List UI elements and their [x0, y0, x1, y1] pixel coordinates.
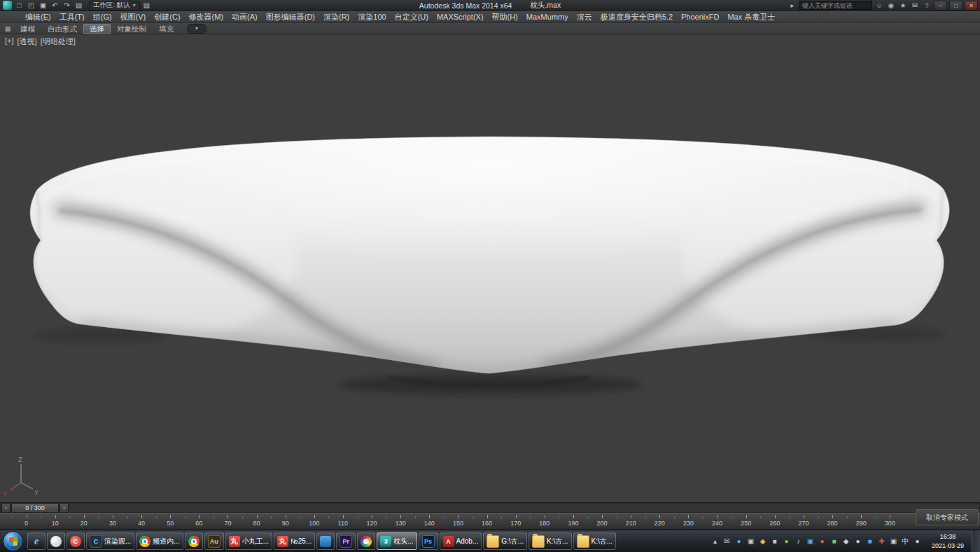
ribbon-tab[interactable]: 选择	[83, 24, 111, 34]
taskbar-item-icon: C	[90, 535, 102, 548]
menu-item[interactable]: 创建(C)	[150, 11, 184, 22]
ribbon-tab[interactable]: 建模	[14, 24, 41, 34]
taskbar-item[interactable]	[316, 532, 335, 550]
viewport-menu-plus[interactable]: [+]	[5, 36, 14, 47]
time-slider-track[interactable]	[69, 503, 980, 513]
menu-item[interactable]: 极速度身安全归档5.2	[596, 11, 677, 22]
menu-item[interactable]: 渲染(R)	[319, 11, 354, 22]
ribbon-tab[interactable]: 对象绘制	[111, 24, 153, 34]
help-icon[interactable]: ?	[922, 1, 932, 9]
ribbon-tab[interactable]: 自由形式	[41, 24, 83, 34]
new-scene-icon[interactable]: □	[14, 1, 24, 10]
frame-tick: 190	[559, 513, 587, 530]
taskbar-item[interactable]: G:\古...	[483, 532, 527, 550]
workspace-dropdown[interactable]: 工作区: 默认 ▾	[89, 1, 140, 11]
menu-item[interactable]: 修改器(M)	[185, 11, 228, 22]
tray-icon[interactable]: ■	[769, 538, 780, 545]
tray-icon[interactable]: ■	[829, 538, 839, 545]
tray-icon[interactable]: ●	[817, 538, 827, 545]
infocenter-icon[interactable]: ◉	[886, 1, 896, 9]
viewport-menu-view[interactable]: [透视]	[18, 36, 37, 47]
tray-icon[interactable]: ✚	[876, 538, 887, 545]
menu-item[interactable]: MaxMummy	[522, 11, 573, 22]
close-button[interactable]: ✕	[965, 1, 978, 11]
open-file-icon[interactable]: ◰	[26, 1, 36, 10]
taskbar-item[interactable]: e	[27, 532, 46, 550]
tray-icon[interactable]: ✉	[722, 538, 732, 545]
tray-icon[interactable]: ♪	[793, 538, 804, 545]
menu-item[interactable]: 视图(V)	[116, 11, 150, 22]
taskbar-item[interactable]: Ps	[419, 532, 438, 550]
taskbar-item[interactable]: 丸 小丸工...	[225, 532, 272, 550]
tray-icon[interactable]: ◆	[757, 538, 768, 545]
axis-z-label: Z	[18, 456, 22, 463]
tray-icon[interactable]: ▣	[805, 538, 816, 545]
cancel-expert-mode-button[interactable]: 取消专家模式	[916, 509, 979, 525]
taskbar-item[interactable]: A Adob...	[440, 532, 482, 550]
menu-item[interactable]: 自定义(U)	[391, 11, 433, 22]
taskbar-items: e C C 渲染观... 频道内...	[27, 530, 617, 552]
menu-item[interactable]: 编辑(E)	[21, 11, 55, 22]
taskbar-item[interactable]: Pr	[336, 532, 356, 550]
viewport-canvas[interactable]: Z x y	[0, 34, 980, 502]
tray-icon[interactable]: ▣	[746, 538, 756, 545]
taskbar-item[interactable]	[185, 532, 203, 550]
project-folder-icon[interactable]: ▤	[74, 1, 84, 10]
menu-item[interactable]: 帮助(H)	[488, 11, 522, 22]
time-slider-thumb[interactable]: 0 / 300	[11, 503, 59, 513]
tray-icon[interactable]: ▣	[888, 538, 899, 545]
ribbon-grid-icon[interactable]: ▦	[3, 25, 13, 32]
workspace-settings-icon[interactable]: ▤	[141, 1, 152, 10]
taskbar-item[interactable]: 3 枕头...	[377, 532, 416, 550]
taskbar-item[interactable]: C 渲染观...	[86, 532, 134, 550]
menu-item[interactable]: 渲云	[573, 11, 596, 22]
tray-icon[interactable]: ●	[912, 538, 923, 545]
tray-icon[interactable]: ●	[734, 538, 744, 545]
menu-item[interactable]: 工具(T)	[55, 11, 89, 22]
signin-icon[interactable]: ☺	[874, 1, 884, 9]
taskbar-item[interactable]: Au	[204, 532, 224, 550]
show-desktop-button[interactable]	[972, 530, 980, 552]
taskbar-item[interactable]	[47, 532, 65, 550]
ribbon-minimize-button[interactable]: ▾	[187, 24, 206, 34]
menu-item[interactable]: 动画(A)	[227, 11, 262, 22]
search-input[interactable]	[799, 1, 872, 10]
communication-icon[interactable]: ✉	[910, 1, 920, 9]
taskbar-item[interactable]: 频道内...	[136, 532, 183, 550]
tray-icon[interactable]: ▴	[710, 538, 720, 545]
menu-item[interactable]: 组(G)	[89, 11, 116, 22]
3dsmax-logo-icon[interactable]	[2, 0, 13, 11]
tray-icon[interactable]: 中	[900, 538, 911, 545]
frame-tick: 70	[214, 513, 242, 530]
menu-item[interactable]: MAXScript(X)	[433, 11, 488, 22]
favorites-icon[interactable]: ★	[898, 1, 908, 9]
tray-icon[interactable]: ■	[864, 538, 875, 545]
tray-icon[interactable]: ●	[781, 538, 792, 545]
menu-item[interactable]: Max 杀毒卫士	[723, 11, 779, 22]
undo-icon[interactable]: ↶	[50, 1, 60, 10]
frame-next-button[interactable]: ›	[59, 503, 69, 513]
minimize-button[interactable]: –	[934, 1, 947, 11]
tray-icon[interactable]: ◆	[841, 538, 851, 545]
maximize-button[interactable]: □	[949, 1, 962, 11]
taskbar-item[interactable]: K:\古...	[528, 532, 572, 550]
menu-item[interactable]: 图形编辑器(D)	[262, 11, 319, 22]
taskbar-clock[interactable]: 16:38 2021-03-29	[927, 532, 968, 549]
taskbar-item[interactable]: K:\古...	[573, 532, 617, 550]
redo-icon[interactable]: ↷	[62, 1, 72, 10]
search-history-icon[interactable]: ▸	[788, 1, 797, 9]
ribbon-tab[interactable]: 填充	[153, 24, 180, 34]
taskbar-item[interactable]	[357, 532, 375, 550]
taskbar-item[interactable]: 丸 №25...	[274, 532, 315, 550]
menu-item[interactable]: PhoenixFD	[677, 11, 723, 22]
track-bar[interactable]: 0 10 20 30 40 50 60 70 80 90 100 110 120…	[0, 513, 980, 530]
start-button[interactable]	[3, 531, 23, 551]
frame-previous-button[interactable]: ‹	[1, 503, 10, 513]
tray-icon[interactable]: ●	[853, 538, 863, 545]
taskbar-item[interactable]: C	[66, 532, 85, 550]
viewport-menu-shading[interactable]: [明暗处理]	[41, 36, 76, 47]
taskbar-item-icon	[50, 536, 62, 547]
save-file-icon[interactable]: ▣	[38, 1, 48, 10]
menu-item[interactable]: 渲染100	[354, 11, 390, 22]
taskbar-item-icon: 丸	[277, 536, 288, 547]
